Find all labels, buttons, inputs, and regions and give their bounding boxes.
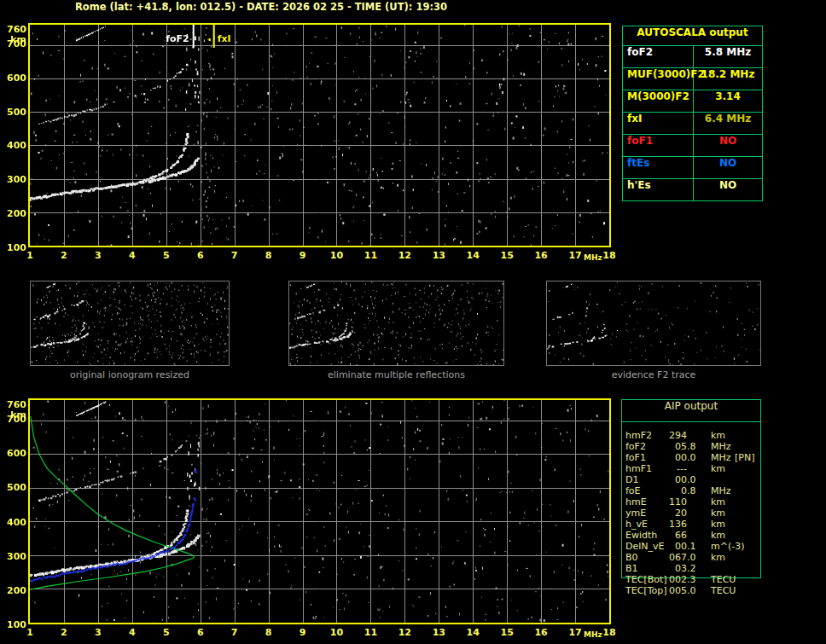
page-title: Rome (lat: +41.8, lon: 012.5) - DATE: 20… (75, 1, 447, 13)
autoscala-param-value: NO (694, 157, 762, 178)
x-axis-tick-label: 17 (566, 250, 585, 261)
x-axis-tick-label: 10 (327, 250, 346, 261)
bottom-ionogram-plot (28, 398, 611, 624)
x-axis-tick-label: 4 (123, 250, 142, 261)
aip-param-value: 294 (621, 430, 687, 441)
aip-row: TEC[Top]005.0TECU (621, 585, 761, 596)
autoscala-row: MUF(3000)F218.2 MHz (623, 68, 762, 90)
y-axis-unit-label: km (1, 409, 26, 421)
aip-row: Ewidth66km (621, 530, 761, 541)
y-axis-tick-label: 400 (1, 517, 26, 528)
aip-row: B103.2 (621, 563, 761, 574)
aip-param-value: 00 (621, 541, 687, 552)
aip-row: foF100.0MHz[PN] (621, 452, 761, 463)
autoscala-param-label: foF1 (623, 135, 694, 156)
aip-param-unit: km (711, 508, 725, 519)
x-axis-tick-label: 9 (294, 627, 312, 638)
aip-param-value: 005 (621, 585, 687, 596)
y-axis-tick-label: 300 (1, 174, 26, 185)
aip-param-value: 002 (621, 574, 687, 585)
y-axis-tick-label: 400 (1, 140, 26, 151)
x-axis-tick-label: 7 (225, 250, 244, 261)
x-axis-tick-label: 5 (157, 250, 176, 261)
y-axis-tick-label: 600 (1, 448, 26, 459)
x-axis-tick-label: 2 (55, 627, 73, 638)
y-axis-tick-label: 500 (1, 482, 26, 493)
aip-row: TEC[Bot]002.3TECU (621, 574, 761, 585)
aip-param-unit: MHz (711, 441, 731, 452)
autoscala-param-label: fxI (623, 113, 694, 134)
bottom-ionogram-canvas (30, 400, 609, 623)
autoscala-param-value: 6.4 MHz (694, 113, 762, 134)
x-axis-tick-label: 15 (497, 627, 516, 638)
autoscala-table-header: AUTOSCALA output (623, 26, 762, 46)
aip-param-value: 067 (621, 552, 687, 563)
autoscala-row: fxI6.4 MHz (623, 113, 762, 135)
x-axis-tick-label: 16 (532, 627, 550, 638)
autoscala-table-body: foF25.8 MHzMUF(3000)F218.2 MHzM(3000)F23… (623, 46, 762, 200)
x-axis-tick-label: 12 (395, 250, 414, 261)
x-axis-tick-label: 2 (55, 250, 73, 261)
x-axis-tick-label: 13 (429, 250, 448, 261)
top-ionogram-canvas (30, 25, 609, 246)
x-axis-tick-label: 1 (20, 627, 39, 638)
thumbnail-original-canvas (31, 281, 229, 365)
aip-param-value: --- (621, 463, 687, 474)
aip-param-unit: TECU (711, 585, 736, 596)
x-axis-tick-label: 18 (600, 627, 619, 638)
x-axis-tick-label: 11 (361, 627, 380, 638)
aip-param-value-frac: .0 (687, 585, 696, 596)
autoscala-param-label: h'Es (623, 179, 694, 200)
x-axis-tick-label: 6 (191, 627, 210, 638)
aip-param-value: 0 (621, 485, 687, 496)
aip-param-value: 00 (621, 452, 687, 463)
autoscala-row: h'EsNO (623, 179, 762, 200)
aip-param-note: [PN] (735, 452, 754, 463)
autoscala-param-label: MUF(3000)F2 (623, 68, 694, 90)
aip-row: hmE110km (621, 496, 761, 508)
aip-param-value-frac: .0 (687, 474, 696, 485)
y-axis-tick-label: 500 (1, 107, 26, 118)
aip-param-unit: km (711, 519, 725, 530)
thumbnail-evidence-f2 (546, 281, 761, 366)
x-axis-tick-label: 7 (225, 627, 244, 638)
aip-param-unit: TECU (711, 574, 736, 585)
thumbnail-eliminate-reflections (288, 281, 504, 366)
x-axis-tick-label: 1 (20, 250, 39, 261)
aip-row: ymE20km (621, 508, 761, 519)
x-axis-unit-label: MHz (584, 630, 602, 639)
aip-param-unit: m^(-3) (711, 541, 744, 552)
y-axis-tick-label: 600 (1, 73, 26, 84)
autoscala-param-label: M(3000)F2 (623, 90, 694, 112)
x-axis-tick-label: 3 (89, 250, 108, 261)
aip-param-value-frac: .0 (687, 552, 696, 563)
aip-param-value: 136 (621, 519, 687, 530)
x-axis-tick-label: 11 (361, 250, 380, 261)
aip-param-unit: km (711, 463, 725, 474)
thumbnail-caption-original: original ionogram resized (30, 369, 230, 380)
thumbnail-evidence-canvas (547, 281, 760, 365)
thumbnail-original-ionogram (30, 281, 230, 366)
aip-row: DelN_vE00.1m^(-3) (621, 541, 761, 552)
x-axis-tick-label: 14 (463, 250, 482, 261)
x-axis-tick-label: 9 (294, 250, 312, 261)
aip-param-value-frac: .2 (687, 563, 696, 574)
x-axis-tick-label: 4 (123, 627, 142, 638)
aip-row: foF205.8MHz (621, 441, 761, 452)
autoscala-row: foF25.8 MHz (623, 46, 762, 68)
aip-param-value: 05 (621, 441, 687, 452)
x-axis-tick-label: 5 (157, 627, 176, 638)
aip-param-value: 20 (621, 508, 687, 519)
aip-param-value: 110 (621, 496, 687, 508)
autoscala-row: ftEsNO (623, 157, 762, 179)
aip-row: B0067.0km (621, 552, 761, 563)
y-axis-tick-label: 200 (1, 208, 26, 219)
x-axis-tick-label: 3 (89, 627, 108, 638)
x-axis-tick-label: 18 (600, 250, 619, 261)
x-axis-tick-label: 8 (259, 250, 278, 261)
thumbnail-caption-eliminate: eliminate multiple reflections (288, 369, 504, 380)
aip-param-value: 66 (621, 530, 687, 541)
y-axis-tick-label: 300 (1, 551, 26, 562)
y-axis-tick-label: 200 (1, 585, 26, 596)
aip-param-value-frac: .1 (687, 541, 696, 552)
